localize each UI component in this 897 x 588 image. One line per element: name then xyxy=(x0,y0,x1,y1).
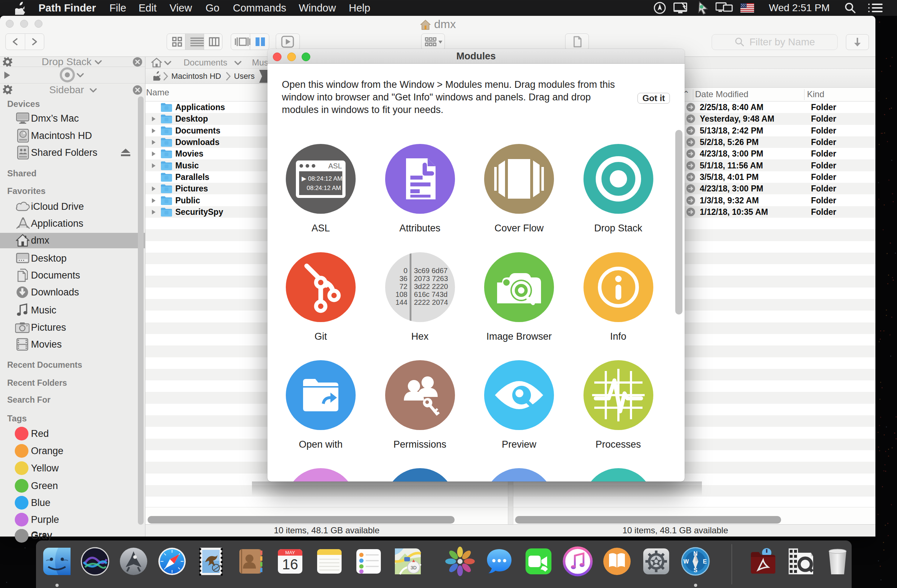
svg-text:E: E xyxy=(703,559,707,565)
svg-text:3D: 3D xyxy=(411,565,417,570)
svg-text:0: 0 xyxy=(403,267,407,275)
svg-text:3d22 2220: 3d22 2220 xyxy=(414,283,448,290)
svg-text:2073 7263: 2073 7263 xyxy=(414,275,448,283)
svg-text:108: 108 xyxy=(395,290,407,298)
svg-text:2222 2074: 2222 2074 xyxy=(414,298,448,306)
svg-text:MAY: MAY xyxy=(285,550,295,555)
svg-text:144: 144 xyxy=(395,298,407,306)
svg-text:616c 743d: 616c 743d xyxy=(414,290,447,298)
svg-text:3c69 6d67: 3c69 6d67 xyxy=(414,267,447,275)
svg-text:W: W xyxy=(683,559,689,565)
svg-text:ASL: ASL xyxy=(328,162,342,170)
svg-text:72: 72 xyxy=(399,283,407,290)
svg-text:▶ 08:24:12 AM: ▶ 08:24:12 AM xyxy=(302,175,342,182)
svg-text:16: 16 xyxy=(282,556,298,572)
svg-text:08:24:12 AM: 08:24:12 AM xyxy=(307,185,341,191)
svg-text:36: 36 xyxy=(399,275,407,283)
